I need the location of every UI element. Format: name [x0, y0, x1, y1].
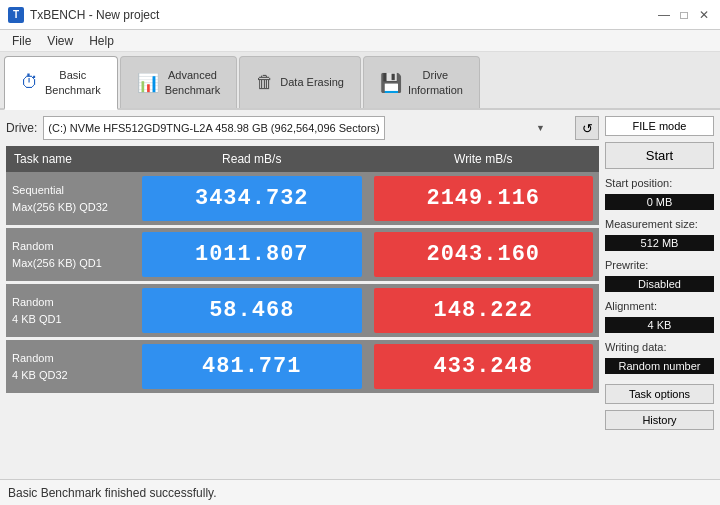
close-button[interactable]: ✕: [696, 7, 712, 23]
task-name-cell: Random4 KB QD1: [6, 283, 136, 339]
write-value: 433.248: [374, 344, 594, 389]
menu-file[interactable]: File: [4, 32, 39, 50]
table-row: Random4 KB QD1 58.468 148.222: [6, 283, 599, 339]
read-cell: 58.468: [136, 283, 368, 339]
write-cell: 2149.116: [368, 172, 600, 227]
write-cell: 433.248: [368, 339, 600, 394]
drive-select[interactable]: (C:) NVMe HFS512GD9TNG-L2A 458.98 GB (96…: [43, 116, 385, 140]
status-bar: Basic Benchmark finished successfully.: [0, 479, 720, 505]
measurement-size-value: 512 MB: [605, 235, 714, 251]
alignment-label: Alignment:: [605, 300, 714, 312]
data-erasing-icon: 🗑: [256, 72, 274, 93]
file-mode-button[interactable]: FILE mode: [605, 116, 714, 136]
drive-information-icon: 💾: [380, 72, 402, 94]
write-cell: 2043.160: [368, 227, 600, 283]
drive-select-wrapper: (C:) NVMe HFS512GD9TNG-L2A 458.98 GB (96…: [43, 116, 569, 140]
minimize-button[interactable]: —: [656, 7, 672, 23]
menu-view[interactable]: View: [39, 32, 81, 50]
title-bar-controls: — □ ✕: [656, 7, 712, 23]
advanced-benchmark-icon: 📊: [137, 72, 159, 94]
benchmark-table: Task name Read mB/s Write mB/s Sequentia…: [6, 146, 599, 393]
maximize-button[interactable]: □: [676, 7, 692, 23]
menu-bar: File View Help: [0, 30, 720, 52]
write-value: 2043.160: [374, 232, 594, 277]
read-value: 58.468: [142, 288, 362, 333]
table-row: RandomMax(256 KB) QD1 1011.807 2043.160: [6, 227, 599, 283]
write-value: 2149.116: [374, 176, 594, 221]
tab-drive-information-label: DriveInformation: [408, 68, 463, 97]
measurement-size-label: Measurement size:: [605, 218, 714, 230]
col-header-read: Read mB/s: [136, 146, 368, 172]
col-header-write: Write mB/s: [368, 146, 600, 172]
tab-data-erasing-label: Data Erasing: [280, 75, 344, 89]
basic-benchmark-icon: ⏱: [21, 72, 39, 93]
history-button[interactable]: History: [605, 410, 714, 430]
read-cell: 3434.732: [136, 172, 368, 227]
tab-advanced-benchmark[interactable]: 📊 AdvancedBenchmark: [120, 56, 238, 108]
task-name-cell: RandomMax(256 KB) QD1: [6, 227, 136, 283]
left-panel: Drive: (C:) NVMe HFS512GD9TNG-L2A 458.98…: [0, 110, 605, 479]
tab-basic-benchmark-label: BasicBenchmark: [45, 68, 101, 97]
read-cell: 481.771: [136, 339, 368, 394]
prewrite-label: Prewrite:: [605, 259, 714, 271]
task-name-cell: SequentialMax(256 KB) QD32: [6, 172, 136, 227]
drive-row: Drive: (C:) NVMe HFS512GD9TNG-L2A 458.98…: [6, 116, 599, 140]
main-area: Drive: (C:) NVMe HFS512GD9TNG-L2A 458.98…: [0, 110, 720, 479]
table-header-row: Task name Read mB/s Write mB/s: [6, 146, 599, 172]
writing-data-value: Random number: [605, 358, 714, 374]
title-bar-left: T TxBENCH - New project: [8, 7, 159, 23]
read-value: 1011.807: [142, 232, 362, 277]
col-header-task: Task name: [6, 146, 136, 172]
alignment-value: 4 KB: [605, 317, 714, 333]
start-position-label: Start position:: [605, 177, 714, 189]
start-button[interactable]: Start: [605, 142, 714, 169]
tab-data-erasing[interactable]: 🗑 Data Erasing: [239, 56, 361, 108]
menu-help[interactable]: Help: [81, 32, 122, 50]
drive-label: Drive:: [6, 121, 37, 135]
toolbar: ⏱ BasicBenchmark 📊 AdvancedBenchmark 🗑 D…: [0, 52, 720, 110]
write-value: 148.222: [374, 288, 594, 333]
table-row: SequentialMax(256 KB) QD32 3434.732 2149…: [6, 172, 599, 227]
tab-drive-information[interactable]: 💾 DriveInformation: [363, 56, 480, 108]
tab-basic-benchmark[interactable]: ⏱ BasicBenchmark: [4, 56, 118, 110]
task-name-cell: Random4 KB QD32: [6, 339, 136, 394]
task-options-button[interactable]: Task options: [605, 384, 714, 404]
read-value: 481.771: [142, 344, 362, 389]
drive-refresh-button[interactable]: ↺: [575, 116, 599, 140]
app-title: TxBENCH - New project: [30, 8, 159, 22]
write-cell: 148.222: [368, 283, 600, 339]
read-cell: 1011.807: [136, 227, 368, 283]
title-bar: T TxBENCH - New project — □ ✕: [0, 0, 720, 30]
tab-advanced-benchmark-label: AdvancedBenchmark: [165, 68, 221, 97]
read-value: 3434.732: [142, 176, 362, 221]
app-icon: T: [8, 7, 24, 23]
start-position-value: 0 MB: [605, 194, 714, 210]
table-row: Random4 KB QD32 481.771 433.248: [6, 339, 599, 394]
prewrite-value: Disabled: [605, 276, 714, 292]
status-text: Basic Benchmark finished successfully.: [8, 486, 217, 500]
right-panel: FILE mode Start Start position: 0 MB Mea…: [605, 110, 720, 479]
writing-data-label: Writing data:: [605, 341, 714, 353]
